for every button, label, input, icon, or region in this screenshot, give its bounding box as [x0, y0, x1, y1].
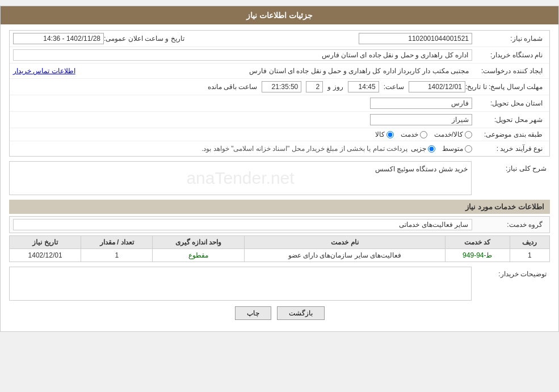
contact-link[interactable]: اطلاعات تماس خریدار	[13, 67, 75, 75]
table-cell: مقطوع	[153, 249, 245, 262]
deadline-time-label: ساعت:	[384, 83, 404, 91]
category-label: طبقه بندی موضوعی:	[472, 130, 546, 138]
radio-kala-khedmat[interactable]: کالا/خدمت	[434, 130, 472, 138]
announce-date-label: تاریخ و ساعت اعلان عمومی:	[104, 35, 188, 43]
announce-date-value: 1402/11/28 - 14:36	[13, 33, 104, 44]
deadline-date: 1402/12/01	[409, 81, 465, 92]
radio-motavaset-input[interactable]	[465, 145, 472, 153]
purchase-type-options: متوسط جزیی	[411, 145, 472, 153]
category-options: کالا/خدمت خدمت کالا	[375, 130, 472, 138]
radio-motavaset-label: متوسط	[442, 145, 463, 153]
creator-label: ایجاد کننده درخواست:	[472, 67, 546, 75]
need-number-label: شماره نیاز:	[472, 35, 546, 43]
radio-kala-khedmat-label: کالا/خدمت	[434, 130, 463, 138]
creator-value: مجتبی مکتب دار کاربرداز اداره کل راهداری…	[75, 66, 472, 76]
buyer-name-label: نام دستگاه خریدار:	[472, 51, 546, 59]
radio-khedmat[interactable]: خدمت	[401, 130, 427, 138]
watermark: anaTender.net	[186, 168, 294, 188]
city-label: شهر محل تحویل:	[472, 116, 546, 124]
service-group-label: گروه خدمت:	[472, 221, 546, 229]
deadline-days: 2	[306, 81, 323, 92]
col-row-num: ردیف	[510, 236, 549, 249]
table-cell: 1	[510, 249, 549, 262]
services-table: ردیف کد خدمت نام خدمت واحد اندازه گیری ت…	[9, 235, 550, 262]
print-button[interactable]: چاپ	[235, 306, 271, 320]
province-value: فارس	[370, 98, 472, 109]
deadline-remaining-label: ساعت باقی مانده	[208, 83, 258, 91]
service-group-value: سایر فعالیت‌های خدماتی	[13, 219, 472, 230]
col-service-code: کد خدمت	[445, 236, 510, 249]
table-cell: ط-94-949	[445, 249, 510, 262]
buyer-name-value: اداره کل راهداری و حمل و نقل جاده ای است…	[13, 49, 472, 61]
radio-jozi-label: جزیی	[411, 145, 426, 153]
deadline-time: 14:45	[348, 81, 379, 92]
radio-khedmat-input[interactable]	[420, 131, 427, 138]
table-row: 1ط-94-949فعالیت‌های سایر سازمان‌های دارا…	[10, 249, 550, 262]
radio-kala-khedmat-input[interactable]	[465, 131, 472, 138]
table-cell: 1402/12/01	[10, 249, 81, 262]
city-value: شیراز	[370, 114, 472, 125]
deadline-label: مهلت ارسال پاسخ: تا تاریخ:	[465, 83, 546, 91]
description-value: خرید شش دستگاه سوئیچ اکسس	[375, 165, 468, 173]
radio-motavaset[interactable]: متوسط	[442, 145, 472, 153]
need-number-value: 1102001044001521	[359, 33, 472, 44]
buyer-notes-value	[9, 267, 472, 301]
col-unit: واحد اندازه گیری	[153, 236, 245, 249]
radio-khedmat-label: خدمت	[401, 130, 418, 138]
table-cell: 1	[81, 249, 153, 262]
radio-jozi-input[interactable]	[428, 145, 435, 153]
deadline-days-label: روز و	[327, 83, 343, 91]
table-cell: فعالیت‌های سایر سازمان‌های دارای عضو	[244, 249, 445, 262]
purchase-type-note: پرداخت تمام یا بخشی از مبلغ خریدار محل "…	[13, 144, 411, 154]
description-label: شرح کلی نیاز:	[476, 161, 550, 172]
province-label: استان محل تحویل:	[472, 99, 546, 107]
radio-kala-label: کالا	[375, 130, 385, 138]
col-quantity: تعداد / مقدار	[81, 236, 153, 249]
deadline-remaining: 21:35:50	[262, 81, 301, 92]
radio-kala[interactable]: کالا	[375, 130, 394, 138]
page-title: جزئیات اطلاعات نیاز	[1, 6, 558, 24]
buyer-notes-label: توضیحات خریدار:	[476, 267, 550, 278]
purchase-type-label: نوع فرآیند خرید :	[472, 145, 546, 153]
services-section-title: اطلاعات خدمات مورد نیاز	[9, 200, 550, 214]
radio-jozi[interactable]: جزیی	[411, 145, 435, 153]
buttons-row: بازگشت چاپ	[9, 301, 550, 326]
col-date: تاریخ نیاز	[10, 236, 81, 249]
col-service-name: نام خدمت	[244, 236, 445, 249]
back-button[interactable]: بازگشت	[277, 306, 325, 320]
radio-kala-input[interactable]	[386, 131, 394, 138]
